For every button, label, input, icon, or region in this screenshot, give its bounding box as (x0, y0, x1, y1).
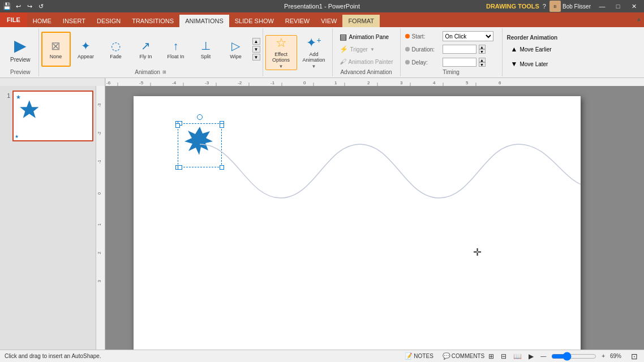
delay-label: Delay: (412, 59, 440, 66)
move-later-label: Move Later (520, 61, 548, 67)
slide-number-1: 1 (2, 90, 10, 99)
handle-ml[interactable] (175, 123, 180, 128)
selected-star[interactable] (178, 123, 222, 167)
ruler-corner (0, 78, 105, 86)
svg-text:-2: -2 (97, 132, 101, 135)
ruler-h: -6 -5 -4 -3 -2 -1 0 1 2 3 4 5 6 (105, 78, 644, 86)
close-btn[interactable]: ✕ (626, 0, 642, 12)
refresh-icon[interactable]: ↺ (36, 2, 45, 11)
view-slideshow-btn[interactable]: ▶ (527, 352, 535, 361)
minimize-btn[interactable]: — (594, 0, 610, 12)
redo-icon[interactable]: ↪ (25, 2, 34, 11)
view-normal-btn[interactable]: ⊞ (487, 352, 496, 361)
timing-start-row: Start: On Click With Previous After Prev… (405, 31, 497, 42)
tab-file[interactable]: FILE (0, 12, 27, 27)
animation-dialog-launcher[interactable]: ⊞ (162, 70, 166, 75)
fit-btn[interactable]: ⊡ (629, 351, 639, 361)
anim-floatin[interactable]: ↑ Float In (161, 32, 191, 67)
restore-btn[interactable]: □ (610, 0, 626, 12)
anim-scroll-up[interactable]: ▲ (252, 38, 260, 45)
anim-none[interactable]: ⊠ None (41, 32, 71, 67)
status-center: 📝 NOTES 💬 COMMENTS (402, 352, 487, 360)
view-reading-btn[interactable]: 📖 (512, 352, 523, 361)
tab-view[interactable]: VIEW (315, 15, 342, 27)
anim-flyin[interactable]: ↗ Fly In (131, 32, 161, 67)
zoom-out-btn[interactable]: — (539, 352, 548, 360)
effect-options-btn[interactable]: ☆ EffectOptions ▼ (265, 35, 297, 70)
preview-icon: ▶ (14, 36, 27, 55)
tab-design[interactable]: DESIGN (91, 15, 126, 27)
trigger-label: Trigger (350, 46, 368, 53)
trigger-arrow: ▼ (370, 47, 375, 52)
delay-down[interactable]: ▼ (479, 62, 486, 67)
tab-animations[interactable]: ANIMATIONS (179, 15, 229, 27)
anim-appear[interactable]: ✦ Appear (71, 32, 101, 67)
animation-pane-btn[interactable]: ▤ Animation Pane (337, 31, 396, 42)
tab-home[interactable]: HOME (27, 15, 57, 27)
duration-input[interactable] (443, 45, 476, 54)
animation-pane-icon: ▤ (340, 32, 347, 41)
trigger-btn[interactable]: ⚡ Trigger ▼ (337, 44, 396, 55)
svg-text:6: 6 (499, 80, 501, 85)
svg-text:-4: -4 (172, 80, 177, 85)
move-earlier-label: Move Earlier (520, 46, 551, 53)
duration-indicator (405, 47, 410, 51)
delay-up[interactable]: ▲ (479, 58, 486, 62)
undo-icon[interactable]: ↩ (14, 2, 23, 11)
anim-wipe[interactable]: ▷ Wipe (221, 32, 251, 67)
ribbon-collapse[interactable]: ▲ (636, 16, 642, 22)
comments-btn[interactable]: 💬 COMMENTS (440, 352, 487, 360)
add-animation-btn[interactable]: ✦+ AddAnimation ▼ (298, 35, 330, 70)
handle-mr[interactable] (220, 123, 224, 128)
animation-painter-btn[interactable]: 🖌 Animation Painter (337, 56, 396, 67)
handle-br[interactable] (220, 165, 224, 170)
ribbon: ▶ Preview Preview ⊠ None ✦ Appear ◌ Fade (0, 27, 644, 78)
delay-input[interactable] (443, 58, 476, 67)
duration-up[interactable]: ▲ (479, 45, 486, 49)
move-later-btn[interactable]: ▼ Move Later (507, 58, 566, 70)
svg-text:2: 2 (97, 252, 101, 254)
svg-marker-26 (20, 100, 38, 118)
tab-review[interactable]: REVIEW (280, 15, 315, 27)
view-sorter-btn[interactable]: ⊟ (499, 352, 508, 361)
start-select[interactable]: On Click With Previous After Previous (443, 31, 493, 41)
status-bar: Click and drag to insert an AutoShape. 📝… (0, 350, 644, 362)
zoom-in-btn[interactable]: + (600, 352, 607, 360)
tab-slideshow[interactable]: SLIDE SHOW (229, 15, 280, 27)
tab-transitions[interactable]: TRANSITIONS (126, 15, 179, 27)
anim-scroll-mid[interactable]: ▼ (252, 46, 260, 53)
slide-thumb-1[interactable]: ★ ★ (12, 90, 93, 141)
notes-btn[interactable]: 📝 NOTES (402, 352, 435, 360)
anim-split[interactable]: ⊥ Split (191, 32, 221, 67)
svg-text:-2: -2 (238, 80, 242, 85)
svg-text:2: 2 (367, 80, 370, 85)
anim-none-icon: ⊠ (51, 39, 61, 53)
help-icon[interactable]: ? (543, 3, 546, 10)
rotate-handle[interactable] (197, 114, 203, 120)
preview-group-label: Preview (10, 69, 31, 75)
tab-format[interactable]: FORMAT (342, 15, 380, 27)
ribbon-group-advanced: ▤ Animation Pane ⚡ Trigger ▼ 🖌 Animation… (333, 28, 401, 76)
handle-bc[interactable] (178, 165, 182, 170)
user-area: B Bob Flisser (549, 1, 591, 12)
anim-fade-label: Fade (110, 54, 122, 59)
animation-group-label: Animation ⊞ (41, 69, 260, 75)
move-earlier-btn[interactable]: ▲ Move Earlier (507, 43, 566, 55)
preview-label: Preview (10, 57, 31, 63)
anim-floatin-icon: ↑ (173, 40, 179, 53)
ruler-top: -6 -5 -4 -3 -2 -1 0 1 2 3 4 5 6 (0, 78, 644, 86)
save-icon[interactable]: 💾 (2, 2, 11, 11)
advanced-animation-label: Advanced Animation (337, 69, 396, 75)
svg-text:3: 3 (400, 80, 403, 85)
tab-insert[interactable]: INSERT (57, 15, 91, 27)
svg-text:4: 4 (433, 80, 436, 85)
duration-down[interactable]: ▼ (479, 49, 486, 54)
svg-text:-3: -3 (97, 104, 101, 107)
preview-button[interactable]: ▶ Preview (7, 32, 34, 66)
reorder-title: Reorder Animation (507, 35, 566, 41)
zoom-slider[interactable] (551, 354, 596, 359)
anim-scroll-down[interactable]: ▼ (252, 54, 260, 61)
anim-appear-label: Appear (78, 54, 94, 59)
anim-fade[interactable]: ◌ Fade (101, 32, 131, 67)
ribbon-group-timing: Start: On Click With Previous After Prev… (401, 28, 503, 76)
